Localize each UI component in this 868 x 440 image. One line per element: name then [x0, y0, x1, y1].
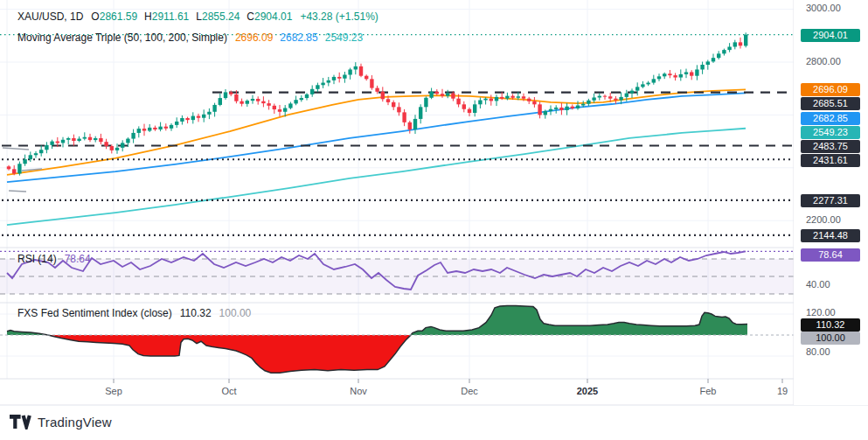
price-badge: 2904.01 [801, 29, 860, 42]
price-badge: 2144.48 [801, 229, 860, 242]
price-badge: 2277.31 [801, 194, 860, 207]
time-axis-label: 2025 [561, 386, 614, 396]
time-axis-label: 19 [756, 386, 809, 396]
ohlc-item: C2904.01 [247, 10, 292, 23]
price-badge: 2549.23 [801, 126, 860, 139]
fxs-value: 110.32 [180, 307, 212, 319]
price-axis[interactable]: 3000.002800.002200.0040.00120.0080.00290… [794, 0, 868, 405]
price-badge: 2483.75 [801, 140, 860, 153]
ma-indicator-label[interactable]: Moving Average Triple (50, 100, 200, Sim… [17, 31, 227, 44]
price-badge: 2696.09 [801, 83, 860, 96]
time-axis-label: Sep [87, 386, 140, 396]
tradingview-logo-icon [10, 415, 31, 430]
tradingview-logo[interactable]: TradingView [10, 415, 112, 430]
trading-chart-app: XAU/USD, 1D O2861.59H2911.61L2855.24C290… [0, 0, 868, 440]
price-axis-label: 2200.00 [806, 214, 841, 225]
fxs-legend-row[interactable]: FXS Fed Sentiment Index (close) 110.32 1… [17, 307, 251, 319]
time-axis-label: Feb [682, 386, 734, 396]
price-badge: 78.64 [801, 248, 860, 262]
price-badge: 100.00 [801, 332, 860, 345]
tradingview-logo-text: TradingView [38, 415, 112, 430]
price-badge: 2431.61 [801, 154, 860, 167]
symbol-title[interactable]: XAU/USD, 1D [17, 10, 83, 23]
price-badge: 110.32 [801, 318, 860, 332]
price-badge: 2685.51 [801, 97, 860, 110]
time-axis-label: Dec [443, 386, 496, 396]
price-axis-label: 40.00 [806, 279, 830, 290]
chart-canvas[interactable] [0, 0, 868, 440]
fxs-indicator-label[interactable]: FXS Fed Sentiment Index (close) [17, 307, 172, 319]
time-axis[interactable]: SepOctNovDec2025Feb19 [0, 379, 868, 405]
price-axis-label: 80.00 [806, 346, 830, 357]
change-value: +43.28 (+1.51%) [300, 10, 378, 23]
ma-value: 2696.09 [235, 31, 273, 44]
rsi-indicator-label[interactable]: RSI (14) [17, 253, 57, 265]
ohlc-item: H2911.61 [144, 10, 189, 23]
price-badge: 2682.85 [801, 112, 860, 125]
rsi-value: 78.64 [65, 253, 91, 265]
fxs-baseline-value: 100.00 [219, 307, 252, 319]
ohlc-item: L2855.24 [196, 10, 240, 23]
price-axis-label: 120.00 [806, 307, 836, 318]
time-axis-label: Oct [203, 386, 255, 396]
price-axis-label: 2800.00 [806, 56, 841, 66]
ohlc-values: O2861.59H2911.61L2855.24C2904.01 [91, 10, 292, 23]
ma-values: 2696.092682.852549.23 [235, 31, 363, 44]
ma-value: 2549.23 [325, 31, 363, 44]
price-axis-label: 3000.00 [806, 3, 841, 13]
symbol-legend-row[interactable]: XAU/USD, 1D O2861.59H2911.61L2855.24C290… [17, 10, 378, 23]
ma-value: 2682.85 [280, 31, 317, 44]
rsi-legend-row[interactable]: RSI (14) 78.64 [17, 253, 91, 265]
ma-legend-row[interactable]: Moving Average Triple (50, 100, 200, Sim… [17, 31, 363, 44]
ohlc-item: O2861.59 [91, 10, 137, 23]
time-axis-label: Nov [332, 386, 385, 396]
